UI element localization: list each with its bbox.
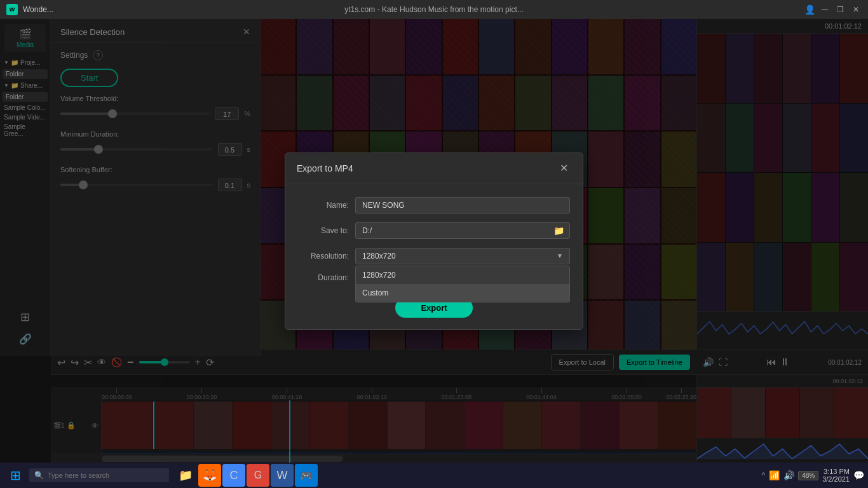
save-to-label: Save to: [298,226,349,235]
speaker-icon: 🔊 [783,470,794,480]
close-button[interactable]: ✕ [850,5,862,14]
wifi-icon: 📶 [769,470,780,480]
export-dialog-overlay[interactable]: Export to MP4 ✕ Name: Save to: 📁 Resolut… [0,19,868,463]
save-path-input-container: 📁 [355,222,570,239]
dialog-close-button[interactable]: ✕ [556,161,571,176]
titlebar-controls: 👤 ─ ❐ ✕ [804,4,862,15]
name-row: Name: [298,197,570,214]
name-input[interactable] [355,197,570,214]
minimize-button[interactable]: ─ [819,4,831,15]
taskbar-app-4[interactable]: G [247,464,269,487]
battery-indicator: 48% [798,471,818,480]
taskbar-app-6[interactable]: 🎮 [295,464,318,487]
taskbar-clock: 3:13 PM 3/2/2021 [822,468,850,483]
save-to-row: Save to: 📁 [298,222,570,239]
taskbar-apps: 📁 🦊 C G W 🎮 [174,464,318,487]
taskbar-search-icon: 🔍 [34,471,44,480]
taskbar-date: 3/2/2021 [822,475,850,483]
taskbar-left: ⊞ 🔍 📁 🦊 C G W 🎮 [4,464,318,487]
resolution-select-container: 1280x720 ▼ 1280x720 Custom [355,248,570,264]
resolution-option-1280[interactable]: 1280x720 [356,266,569,284]
taskbar-search-input[interactable] [48,471,164,479]
app-name: Wonde... [23,5,53,14]
taskbar-app-3[interactable]: C [222,464,245,487]
titlebar-center-title: yt1s.com - Kate Hudson Music from the mo… [344,5,523,14]
app-logo: W [6,4,18,15]
browse-folder-button[interactable]: 📁 [548,226,569,236]
taskbar-app-1[interactable]: 📁 [174,464,197,487]
taskbar-chevron[interactable]: ^ [762,471,766,480]
resolution-dropdown-trigger[interactable]: 1280x720 ▼ [355,248,570,264]
titlebar: W Wonde... yt1s.com - Kate Hudson Music … [0,0,868,19]
resolution-dropdown-menu: 1280x720 Custom [355,266,570,302]
start-button[interactable]: ⊞ [4,464,27,487]
resolution-dropdown-arrow: ▼ [557,252,563,259]
taskbar: ⊞ 🔍 📁 🦊 C G W 🎮 ^ 📶 🔊 48% 3:13 PM 3/2/20… [0,463,868,488]
export-dialog: Export to MP4 ✕ Name: Save to: 📁 Resolut… [285,152,583,330]
titlebar-left: W Wonde... [6,4,53,15]
resolution-option-custom[interactable]: Custom [356,284,569,302]
resolution-row: Resolution: 1280x720 ▼ 1280x720 Custom [298,248,570,264]
taskbar-time: 3:13 PM [822,468,850,475]
taskbar-search-box[interactable]: 🔍 [29,468,169,482]
restore-button[interactable]: ❐ [834,5,846,14]
dialog-title: Export to MP4 [297,163,353,173]
taskbar-app-2[interactable]: 🦊 [198,464,221,487]
duration-label: Duration: [298,273,349,282]
dialog-header: Export to MP4 ✕ [285,153,583,184]
resolution-label: Resolution: [298,248,349,261]
name-label: Name: [298,201,349,210]
save-path-input[interactable] [356,223,548,238]
user-icon[interactable]: 👤 [804,4,815,15]
resolution-selected-value: 1280x720 [362,252,396,261]
notification-icon[interactable]: 💬 [853,470,864,480]
dialog-body: Name: Save to: 📁 Resolution: 1280x720 ▼ [285,184,583,292]
taskbar-right: ^ 📶 🔊 48% 3:13 PM 3/2/2021 💬 [762,468,864,483]
taskbar-app-5[interactable]: W [271,464,294,487]
